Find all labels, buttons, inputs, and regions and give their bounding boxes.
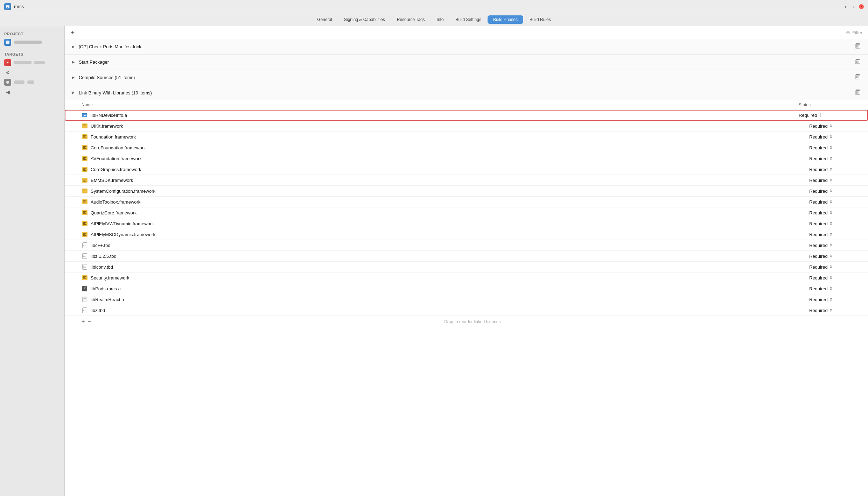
window: mrcs ‹ › × General Signing & Capabilitie… [0,0,868,496]
content-toolbar: + ⊜ Filter [65,26,868,39]
stepper-libRNDeviceInfo[interactable]: ⇕ [819,113,822,118]
remove-library-button[interactable]: − [88,319,91,325]
library-row-SystemConfiguration[interactable]: SystemConfiguration.framework Required ⇕ [65,186,868,197]
sidebar-target-1[interactable] [0,58,64,68]
back-button[interactable]: ‹ [842,3,848,10]
library-row-libz[interactable]: tbd libz.tbd Required ⇕ [65,305,868,316]
library-table: Name Status libRNDevic [65,100,868,328]
tab-build-settings[interactable]: Build Settings [450,15,487,24]
close-button[interactable]: × [859,4,864,9]
sidebar-target-2[interactable]: ⚙ [0,68,64,77]
library-row-libcpp[interactable]: tbd libc++.tbd Required ⇕ [65,240,868,251]
svg-rect-45 [83,180,85,180]
lib-status-libiconv: Required ⇕ [809,264,851,270]
svg-rect-58 [83,224,86,225]
library-row-Foundation[interactable]: Foundation.framework Required ⇕ [65,132,868,142]
sidebar-target-1-icon [4,59,11,66]
delete-start-packager-button[interactable] [853,58,862,66]
svg-rect-49 [83,192,86,192]
titlebar-title: mrcs [14,4,24,9]
svg-rect-50 [83,200,86,201]
lib-name-libz125: libz.1.2.5.tbd [91,254,809,259]
delete-link-binary-button[interactable] [853,89,862,97]
svg-rect-62 [83,276,86,277]
tab-build-rules[interactable]: Build Rules [524,15,556,24]
library-row-Security[interactable]: Security.framework Required ⇕ [65,272,868,283]
svg-rect-42 [83,169,85,170]
add-phase-button[interactable]: + [70,29,75,36]
lib-icon-framework-CoreGraphics [82,166,88,172]
svg-rect-30 [83,126,85,126]
library-row-CoreGraphics[interactable]: CoreGraphics.framework Required ⇕ [65,164,868,175]
tab-general[interactable]: General [312,15,338,24]
library-row-AIPlFlyMSC[interactable]: AIPlFlyMSCDynamic.framework Required ⇕ [65,229,868,240]
svg-rect-22 [856,91,857,94]
svg-rect-56 [83,222,86,223]
sidebar-target-3-icon [4,79,11,86]
sidebar-project-name [14,41,42,44]
delete-compile-sources-button[interactable] [853,73,862,82]
chevron-start-packager: ▶ [70,59,76,65]
lib-name-EMMSDK: EMMSDK.framework [91,178,809,183]
lib-name-CoreFoundation: CoreFoundation.framework [91,145,809,150]
phase-link-binary-header[interactable]: ▶ Link Binary With Libraries (19 items) [65,85,868,100]
stepper-UIKit[interactable]: ⇕ [829,123,833,128]
library-row-libz125[interactable]: tbd libz.1.2.5.tbd Required ⇕ [65,251,868,262]
phase-check-pods-header[interactable]: ▶ [CP] Check Pods Manifest.lock [65,39,868,54]
svg-rect-31 [83,127,86,127]
phase-start-packager-header[interactable]: ▶ Start Packager [65,55,868,70]
library-row-libRealmReact[interactable]: libRealmReact.a Required ⇕ [65,294,868,305]
svg-rect-57 [83,223,85,224]
lib-name-libRNDeviceInfo: libRNDeviceInfo.a [91,113,799,118]
svg-rect-46 [83,181,86,182]
lib-name-libPods: libPods-mrcs.a [91,286,809,291]
library-row-libPods[interactable]: libPods-mrcs.a Required ⇕ [65,283,868,294]
lib-status-libz: Required ⇕ [809,308,851,313]
delete-check-pods-button[interactable] [853,43,862,51]
lib-status-libRealmReact: Required ⇕ [809,297,851,302]
svg-rect-20 [856,74,860,75]
lib-icon-framework-QuartzCore [82,210,88,216]
lib-status-SystemConfiguration: Required ⇕ [809,189,851,194]
library-row-libiconv[interactable]: tbd libiconv.tbd Required ⇕ [65,262,868,272]
add-library-button[interactable]: + [82,319,85,325]
svg-rect-51 [83,201,85,202]
lib-icon-framework-SystemConfiguration [82,188,88,194]
lib-icon-dark-libPods [82,285,88,292]
sidebar-target-3[interactable] [0,77,64,87]
lib-icon-tbd-libz125: tbd [82,253,88,259]
lib-name-libRealmReact: libRealmReact.a [91,297,809,302]
sidebar-project-row[interactable] [0,37,64,47]
library-row-QuartzCore[interactable]: QuartzCore.framework Required ⇕ [65,207,868,218]
tab-signing[interactable]: Signing & Capabilities [338,15,391,24]
lib-icon-framework-AIPlFlyIVW [82,220,88,227]
svg-rect-8 [858,45,858,48]
lib-icon-framework-EMMSDK [82,177,88,183]
chevron-link-binary: ▶ [70,90,76,96]
tab-build-phases[interactable]: Build Phases [488,15,523,24]
library-row-AudioToolbox[interactable]: AudioToolbox.framework Required ⇕ [65,197,868,207]
library-row-AIPlFlyIVW[interactable]: AIPlFlyIVWDynamic.framework Required ⇕ [65,218,868,229]
library-row-CoreFoundation[interactable]: CoreFoundation.framework Required ⇕ [65,142,868,153]
lib-name-Foundation: Foundation.framework [91,134,809,140]
lib-name-QuartzCore: QuartzCore.framework [91,210,809,215]
phase-compile-sources-header[interactable]: ▶ Compile Sources (51 items) [65,70,868,85]
lib-status-AVFoundation: Required ⇕ [809,156,851,161]
forward-button[interactable]: › [851,3,857,10]
library-row-libRNDeviceInfo[interactable]: libRNDeviceInfo.a Required ⇕ [65,110,868,121]
svg-rect-0 [6,5,9,8]
content-area: + ⊜ Filter ▶ [CP] Check Pods Manifest.lo… [65,26,868,496]
library-row-UIKit[interactable]: UIKit.framework Required ⇕ [65,121,868,132]
sidebar-target-4[interactable]: ◀ [0,87,64,97]
library-row-EMMSDK[interactable]: EMMSDK.framework Required ⇕ [65,175,868,186]
sidebar-target-3-name [14,80,24,84]
sidebar-target-1-suffix [34,61,45,64]
tab-info[interactable]: Info [431,15,449,24]
library-row-AVFoundation[interactable]: AVFoundation.framework Required ⇕ [65,153,868,164]
lib-icon-framework-AIPlFlyMSC [82,231,88,238]
tab-resource-tags[interactable]: Resource Tags [391,15,430,24]
titlebar: mrcs ‹ › × [0,0,868,13]
svg-rect-38 [83,157,86,158]
lib-status-Security: Required ⇕ [809,275,851,281]
phase-check-pods-title: [CP] Check Pods Manifest.lock [79,44,853,49]
